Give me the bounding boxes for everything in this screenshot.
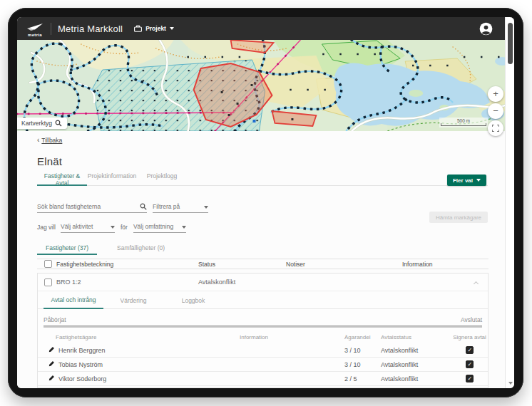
search-row: Sök bland fastigheterna Filtrera på	[37, 203, 488, 213]
intent-row: Jag vill Välj aktivitet för Välj omfattn…	[37, 223, 488, 233]
account-icon	[479, 22, 493, 36]
tab-avtal-och-intrang[interactable]: Avtal och intrång	[44, 296, 103, 309]
fullscreen-icon	[492, 125, 499, 132]
properties-table: Fastighetsbeteckning Status Notiser Info…	[37, 259, 488, 388]
header-information: Information	[402, 261, 488, 268]
expanded-property-panel: BRO 1:2 Avtalskonflikt Avtal och intrång…	[37, 273, 488, 388]
project-menu-label: Projekt	[145, 25, 166, 32]
tab-loggbok[interactable]: Loggbok	[163, 297, 223, 308]
zoom-in-button[interactable]: +	[488, 86, 503, 102]
owner-row: Henrik Berggren 3 / 10 Avtalskonflikt	[38, 343, 488, 358]
owners-table-header: Fastighetsägare Information Ägarandel Av…	[38, 328, 488, 343]
chevron-down-icon	[170, 27, 174, 30]
for-label: för	[121, 224, 128, 233]
app-title: Metria Markkoll	[58, 24, 123, 34]
header-designation: Fastighetsbeteckning	[56, 261, 113, 268]
main-tabs: Fastigheter & Avtal Projektinformation P…	[37, 172, 488, 186]
tab-fastigheter-avtal[interactable]: Fastigheter & Avtal	[37, 172, 87, 186]
agreement-status: Avtalskonflikt	[381, 361, 451, 368]
header-notiser: Notiser	[286, 261, 402, 268]
briefcase-icon	[134, 22, 142, 35]
ownership-share: 3 / 10	[344, 347, 381, 354]
chevron-down-icon	[182, 226, 186, 229]
collapse-chevron-icon[interactable]	[474, 281, 479, 286]
scrollbar-thumb[interactable]	[508, 23, 513, 64]
owner-row: Tobias Nyström 3 / 10 Avtalskonflikt	[38, 358, 488, 372]
ownership-share: 2 / 5	[344, 375, 381, 382]
list-tabs: Fastigheter (37) Samfälligheter (0)	[37, 244, 488, 255]
chevron-down-icon	[204, 206, 208, 209]
tab-samfalligheter[interactable]: Samfälligheter (0)	[108, 244, 173, 255]
tab-vardering[interactable]: Värdering	[103, 297, 163, 308]
owner-name: Viktor Söderborg	[58, 375, 106, 382]
scrollbar-down-arrow-icon[interactable]	[508, 382, 513, 385]
agreement-status: Avtalskonflikt	[381, 347, 451, 354]
tab-projektlogg[interactable]: Projektlogg	[137, 172, 187, 185]
sign-agreement-checkbox[interactable]	[466, 375, 474, 382]
fullscreen-button[interactable]	[488, 120, 503, 136]
detail-tabs: Avtal och intrång Värdering Loggbok	[38, 291, 488, 309]
progress-start-label: Påbörjat	[44, 316, 66, 323]
search-icon	[140, 203, 147, 210]
header-agreement-status: Avtalsstatus	[381, 334, 451, 340]
metria-logo-text: metria	[28, 33, 42, 37]
search-layers-icon	[55, 120, 62, 127]
top-bar: metria Metria Markkoll Projekt	[17, 17, 514, 40]
vertical-scrollbar[interactable]	[505, 17, 514, 388]
map-scale-label: 500 m	[441, 118, 486, 123]
tab-fastigheter[interactable]: Fastigheter (37)	[37, 244, 97, 255]
page-title: Elnät	[37, 155, 488, 167]
property-search-input[interactable]: Sök bland fastigheterna	[37, 203, 147, 213]
back-link-label: Tillbaka	[41, 137, 62, 144]
owner-row: Viktor Söderborg 2 / 5 Avtalskonflikt	[38, 372, 488, 386]
zoom-out-button[interactable]: −	[488, 103, 503, 119]
scope-select[interactable]: Välj omfattning	[133, 223, 186, 233]
chevron-down-icon	[476, 179, 481, 182]
ownership-share: 3 / 10	[344, 361, 381, 368]
chevron-down-icon	[111, 226, 115, 229]
property-designation: BRO 1:2	[56, 279, 81, 286]
metria-arrow-icon	[26, 21, 44, 33]
properties-table-header: Fastighetsbeteckning Status Notiser Info…	[37, 259, 488, 269]
map-tool-label: Kartverktyg	[21, 120, 52, 127]
search-placeholder: Sök bland fastigheterna	[37, 203, 101, 210]
owner-name: Henrik Berggren	[58, 347, 106, 354]
main-content: Tillbaka Elnät Fastigheter & Avtal Proje…	[17, 131, 505, 388]
owner-name: Tobias Nyström	[58, 361, 103, 368]
edit-icon[interactable]	[48, 375, 55, 382]
project-menu[interactable]: Projekt	[134, 22, 174, 35]
account-button[interactable]	[479, 22, 493, 36]
more-options-button[interactable]: Fler val	[447, 175, 486, 186]
device-frame: metria Metria Markkoll Projekt	[8, 8, 523, 397]
tab-projektinformation[interactable]: Projektinformation	[87, 172, 137, 185]
row-checkbox[interactable]	[44, 279, 52, 286]
edit-icon[interactable]	[48, 346, 55, 354]
metria-logo[interactable]: metria	[24, 21, 46, 37]
map-tools-button[interactable]: Kartverktyg	[17, 118, 67, 129]
select-all-checkbox[interactable]	[44, 260, 52, 268]
agreement-status: Avtalskonflikt	[381, 375, 451, 382]
back-link[interactable]: Tillbaka	[37, 136, 62, 144]
activity-select[interactable]: Välj aktivitet	[61, 223, 115, 233]
app-window: metria Metria Markkoll Projekt	[17, 17, 514, 388]
topbar-divider	[51, 23, 51, 35]
sign-agreement-checkbox[interactable]	[466, 346, 474, 354]
scope-placeholder: Välj omfattning	[133, 223, 173, 230]
header-status: Status	[198, 261, 286, 268]
fetch-owners-button[interactable]: Hämta markägare	[429, 212, 488, 223]
map-container: Kartverktyg + − 500 m	[17, 40, 505, 131]
header-sign-agreement: Signera avtal	[451, 334, 488, 340]
property-status: Avtalskonflikt	[198, 279, 286, 286]
header-ownership-share: Ägarandel	[344, 334, 381, 340]
edit-icon[interactable]	[48, 360, 55, 368]
property-row-bro-1-2[interactable]: BRO 1:2 Avtalskonflikt	[38, 274, 488, 291]
sign-agreement-checkbox[interactable]	[466, 360, 474, 368]
map-scale-bracket	[441, 123, 486, 126]
agreement-progress: Påbörjat Avslutat	[38, 309, 488, 328]
chevron-left-icon	[37, 136, 39, 144]
filter-by-select[interactable]: Filtrera på	[153, 203, 208, 213]
header-owner: Fastighetsägare	[38, 334, 240, 340]
map-canvas[interactable]	[17, 40, 505, 131]
more-options-label: Fler val	[453, 177, 473, 184]
activity-placeholder: Välj aktivitet	[61, 223, 93, 230]
